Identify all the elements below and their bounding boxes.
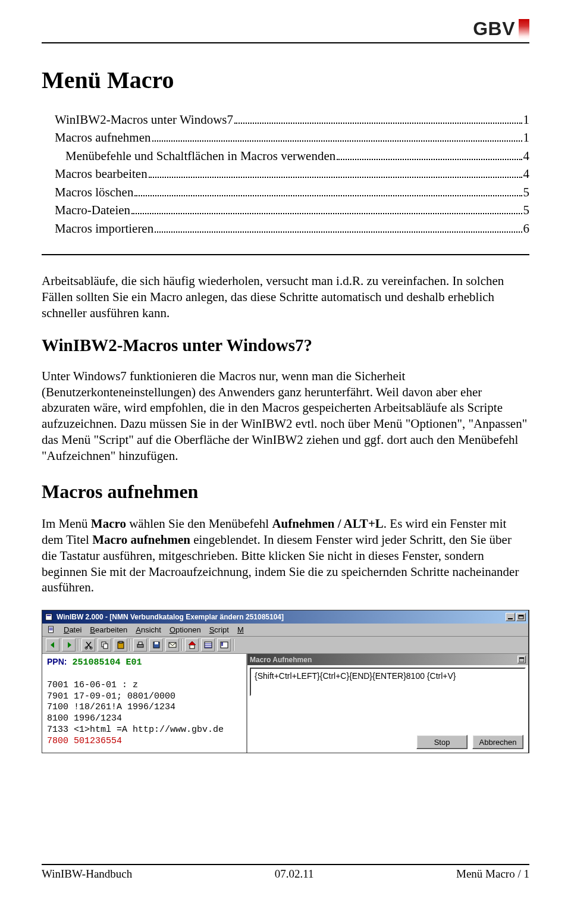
toc-label: Macros bearbeiten — [55, 165, 148, 183]
svg-rect-1 — [47, 615, 51, 616]
svg-rect-21 — [221, 644, 223, 646]
toc-label: Macros aufnehmen — [55, 129, 151, 146]
toc-page: 5 — [523, 183, 530, 201]
menu-m[interactable]: M — [237, 625, 244, 634]
tool-mail[interactable] — [165, 638, 179, 652]
toc-label: Macros löschen — [55, 183, 133, 201]
app-title: WinIBW 2.000 - [NMN Verbundkatalog Exemp… — [57, 613, 284, 621]
toc-label: WinIBW2-Macros unter Windows7 — [55, 111, 233, 129]
toc-dots — [234, 123, 522, 124]
tool-print[interactable] — [133, 638, 147, 652]
svg-rect-0 — [46, 614, 52, 621]
toc-label: Macro-Dateien — [55, 201, 130, 219]
tool-save[interactable] — [149, 638, 163, 652]
toc-page: 1 — [523, 129, 530, 146]
toc-entry[interactable]: Macros löschen5 — [55, 183, 529, 201]
ppn-value: 251085104 E01 — [72, 657, 142, 668]
document-icon — [47, 625, 55, 634]
table-of-contents: WinIBW2-Macros unter Windows71Macros auf… — [55, 111, 529, 237]
page-title: Menü Macro — [42, 66, 529, 94]
svg-rect-17 — [190, 645, 194, 649]
toc-entry[interactable]: Macros importieren6 — [55, 220, 529, 237]
macro-keystroke-field[interactable]: {Shift+Ctrl+LEFT}{Ctrl+C}{END}{ENTER}810… — [250, 668, 526, 696]
record-line: 8100 1996/1234 — [47, 713, 122, 723]
header-rule — [42, 42, 529, 43]
app-titlebar: WinIBW 2.000 - [NMN Verbundkatalog Exemp… — [42, 610, 528, 624]
svg-rect-23 — [519, 657, 524, 659]
tool-paste[interactable] — [114, 638, 127, 652]
tool-home[interactable] — [185, 638, 199, 652]
svg-rect-11 — [119, 641, 123, 643]
record-line: 7100 !18/261!A 1996/1234 — [47, 702, 175, 712]
toc-page: 6 — [523, 220, 530, 237]
app-icon — [45, 613, 53, 621]
menu-optionen[interactable]: Optionen — [170, 625, 201, 634]
toc-dots — [149, 177, 522, 178]
section-aufnehmen-title: Macros aufnehmen — [42, 481, 529, 503]
toc-entry[interactable]: WinIBW2-Macros unter Windows71 — [55, 111, 529, 129]
svg-rect-12 — [137, 644, 143, 647]
toc-page: 4 — [523, 165, 530, 183]
footer-right: Menü Macro / 1 — [456, 867, 529, 881]
toc-dots — [155, 231, 522, 233]
toc-page: 4 — [523, 147, 530, 165]
record-pane: PPN: 251085104 E01 7001 16-06-01 : z 790… — [42, 654, 247, 753]
section-aufnehmen-para: Im Menü Macro wählen Sie den Menübefehl … — [42, 516, 529, 596]
ppn-label: PPN: — [47, 657, 67, 666]
svg-rect-2 — [508, 618, 513, 619]
stop-button[interactable]: Stop — [416, 735, 468, 749]
svg-rect-20 — [221, 643, 223, 644]
brand-header: GBV — [42, 18, 529, 42]
section-rule — [42, 254, 529, 255]
restore-button[interactable] — [516, 613, 526, 621]
tool-forward[interactable] — [62, 638, 76, 652]
record-line: 7133 <1>html =A http://www.gbv.de — [47, 725, 224, 735]
page-footer: WinIBW-Handbuch 07.02.11 Menü Macro / 1 — [42, 864, 529, 887]
section-winibw2-para: Unter Windows7 funktionieren die Macros … — [42, 368, 529, 464]
footer-left: WinIBW-Handbuch — [42, 867, 132, 881]
macro-window-titlebar: Macro Aufnehmen — [247, 654, 528, 665]
record-line: 7001 16-06-01 : z — [47, 680, 138, 690]
toc-dots — [337, 159, 522, 160]
menu-bearbeiten[interactable]: Bearbeiten — [90, 625, 127, 634]
toc-dots — [152, 140, 522, 142]
minimize-button[interactable] — [506, 613, 515, 621]
svg-rect-13 — [139, 642, 142, 644]
svg-rect-9 — [103, 644, 108, 649]
tool-form[interactable] — [217, 638, 231, 652]
record-line-highlight: 7800 501236554 — [47, 736, 122, 746]
toc-entry[interactable]: Macros bearbeiten4 — [55, 165, 529, 183]
record-line: 7901 17-09-01; 0801/0000 — [47, 691, 175, 701]
section-winibw2-title: WinIBW2-Macros unter Windows7? — [42, 336, 529, 355]
tool-cut[interactable] — [81, 638, 95, 652]
svg-rect-4 — [519, 615, 523, 616]
toc-dots — [134, 195, 522, 196]
svg-rect-15 — [155, 642, 158, 644]
cancel-button[interactable]: Abbrechen — [472, 735, 523, 749]
toc-entry[interactable]: Macro-Dateien5 — [55, 201, 529, 219]
macro-window-title: Macro Aufnehmen — [250, 656, 312, 664]
app-menubar: Datei Bearbeiten Ansicht Optionen Script… — [42, 624, 528, 637]
toc-label: Macros importieren — [55, 220, 153, 237]
menu-ansicht[interactable]: Ansicht — [136, 625, 161, 634]
macro-max-button[interactable] — [517, 656, 526, 663]
menu-datei[interactable]: Datei — [64, 625, 81, 634]
brand-gradient-icon — [519, 19, 529, 39]
toc-dots — [131, 213, 522, 214]
app-toolbar — [42, 637, 528, 654]
tool-back[interactable] — [46, 638, 59, 652]
toc-label: Menübefehle und Schaltflächen in Macros … — [65, 147, 335, 165]
toc-entry[interactable]: Menübefehle und Schaltflächen in Macros … — [65, 147, 529, 165]
toc-entry[interactable]: Macros aufnehmen1 — [55, 129, 529, 146]
tool-grid[interactable] — [201, 638, 215, 652]
menu-script[interactable]: Script — [209, 625, 229, 634]
tool-copy[interactable] — [98, 638, 111, 652]
intro-paragraph: Arbeitsabläufe, die sich häufig wiederho… — [42, 273, 529, 321]
app-screenshot: WinIBW 2.000 - [NMN Verbundkatalog Exemp… — [42, 610, 529, 753]
brand-text: GBV — [473, 18, 515, 40]
toc-page: 1 — [523, 111, 530, 129]
toc-page: 5 — [523, 201, 530, 219]
footer-center: 07.02.11 — [275, 867, 314, 881]
svg-rect-5 — [49, 627, 54, 633]
